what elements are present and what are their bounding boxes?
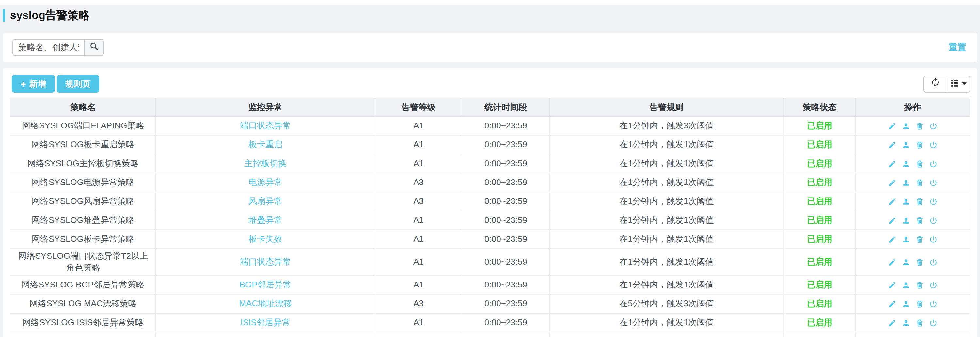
top-strip (0, 0, 980, 5)
refresh-button[interactable] (924, 76, 947, 92)
edit-icon[interactable] (888, 197, 896, 206)
alarm-rule: 在1分钟内，触发1次阈值 (549, 135, 783, 154)
alarm-level: A1 (375, 249, 462, 276)
delete-icon[interactable] (915, 122, 924, 130)
policy-name: 网络SYSLOG风扇异常策略 (10, 192, 156, 211)
policy-name: 网络SYSLOG堆叠异常策略 (10, 211, 156, 230)
delete-icon[interactable] (915, 178, 924, 187)
policy-name: 网络SYSLOG MAC漂移策略 (10, 294, 156, 313)
anomaly-link[interactable]: BGP邻居异常 (156, 276, 375, 294)
table-row-partial (10, 332, 970, 337)
anomaly-link[interactable]: 端口状态异常 (156, 249, 375, 276)
user-icon[interactable] (902, 216, 910, 225)
edit-icon[interactable] (888, 216, 896, 225)
status-badge: 已启用 (784, 116, 856, 135)
column-header: 统计时间段 (462, 98, 550, 116)
anomaly-link[interactable]: ISIS邻居异常 (156, 313, 375, 332)
user-icon[interactable] (902, 258, 910, 266)
anomaly-link[interactable]: 板卡重启 (156, 135, 375, 154)
power-icon[interactable] (929, 122, 937, 130)
search-button[interactable] (84, 40, 103, 55)
user-icon[interactable] (902, 319, 910, 327)
status-badge: 已启用 (784, 294, 856, 313)
power-icon[interactable] (929, 300, 937, 309)
row-actions (860, 235, 966, 244)
title-accent-bar (3, 9, 5, 22)
status-badge: 已启用 (784, 230, 856, 249)
edit-icon[interactable] (888, 258, 896, 266)
anomaly-link[interactable]: 堆叠异常 (156, 211, 375, 230)
row-actions (860, 178, 966, 187)
row-actions (860, 122, 966, 130)
user-icon[interactable] (902, 300, 910, 309)
delete-icon[interactable] (915, 216, 924, 225)
user-icon[interactable] (902, 141, 910, 149)
search-icon (89, 41, 99, 53)
edit-icon[interactable] (888, 178, 896, 187)
delete-icon[interactable] (915, 300, 924, 309)
alarm-rule: 在5分钟内，触发3次阈值 (549, 294, 783, 313)
user-icon[interactable] (902, 197, 910, 206)
reset-link[interactable]: 重置 (949, 41, 966, 53)
row-actions (860, 281, 966, 290)
edit-icon[interactable] (888, 281, 896, 290)
time-period: 0:00~23:59 (462, 154, 550, 173)
power-icon[interactable] (929, 258, 937, 266)
rules-page-button[interactable]: 规则页 (57, 75, 99, 93)
power-icon[interactable] (929, 235, 937, 244)
table-row: 网络SYSLOG风扇异常策略 风扇异常 A3 0:00~23:59 在1分钟内，… (10, 192, 970, 211)
alarm-level: A1 (375, 230, 462, 249)
anomaly-link[interactable]: 风扇异常 (156, 192, 375, 211)
time-period: 0:00~23:59 (462, 249, 550, 276)
power-icon[interactable] (929, 216, 937, 225)
edit-icon[interactable] (888, 300, 896, 309)
delete-icon[interactable] (915, 197, 924, 206)
delete-icon[interactable] (915, 235, 924, 244)
alarm-rule: 在1分钟内，触发1次阈值 (549, 192, 783, 211)
policy-name: 网络SYSLOG主控板切换策略 (10, 154, 156, 173)
power-icon[interactable] (929, 197, 937, 206)
toolbar-left: + 新增 规则页 (12, 75, 99, 93)
anomaly-link[interactable]: 端口状态异常 (156, 116, 375, 135)
anomaly-link[interactable]: 电源异常 (156, 173, 375, 192)
edit-icon[interactable] (888, 235, 896, 244)
add-button[interactable]: + 新增 (12, 75, 55, 93)
user-icon[interactable] (902, 159, 910, 168)
power-icon[interactable] (929, 178, 937, 187)
user-icon[interactable] (902, 178, 910, 187)
rules-page-label: 规则页 (65, 78, 91, 90)
column-header: 策略名 (10, 98, 156, 116)
delete-icon[interactable] (915, 281, 924, 290)
anomaly-link[interactable]: MAC地址漂移 (156, 294, 375, 313)
edit-icon[interactable] (888, 141, 896, 149)
delete-icon[interactable] (915, 319, 924, 327)
main-card: + 新增 规则页 (3, 68, 977, 337)
search-input-group (13, 39, 104, 56)
user-icon[interactable] (902, 235, 910, 244)
edit-icon[interactable] (888, 122, 896, 130)
user-icon[interactable] (902, 281, 910, 290)
delete-icon[interactable] (915, 141, 924, 149)
table-row: 网络SYSLOG BGP邻居异常策略 BGP邻居异常 A1 0:00~23:59… (10, 276, 970, 294)
policy-name: 网络SYSLOG板卡异常策略 (10, 230, 156, 249)
chevron-down-icon (961, 82, 967, 85)
columns-button[interactable] (947, 76, 970, 92)
power-icon[interactable] (929, 141, 937, 149)
power-icon[interactable] (929, 159, 937, 168)
edit-icon[interactable] (888, 159, 896, 168)
power-icon[interactable] (929, 281, 937, 290)
status-badge: 已启用 (784, 276, 856, 294)
search-input[interactable] (13, 40, 84, 55)
user-icon[interactable] (902, 122, 910, 130)
table-row: 网络SYSLOG ISIS邻居异常策略 ISIS邻居异常 A1 0:00~23:… (10, 313, 970, 332)
edit-icon[interactable] (888, 319, 896, 327)
delete-icon[interactable] (915, 258, 924, 266)
anomaly-link[interactable]: 主控板切换 (156, 154, 375, 173)
alarm-level: A1 (375, 135, 462, 154)
table-row: 网络SYSLOG MAC漂移策略 MAC地址漂移 A3 0:00~23:59 在… (10, 294, 970, 313)
delete-icon[interactable] (915, 159, 924, 168)
status-badge: 已启用 (784, 192, 856, 211)
power-icon[interactable] (929, 319, 937, 327)
anomaly-link[interactable]: 板卡失效 (156, 230, 375, 249)
policy-name: 网络SYSLOG BGP邻居异常策略 (10, 276, 156, 294)
